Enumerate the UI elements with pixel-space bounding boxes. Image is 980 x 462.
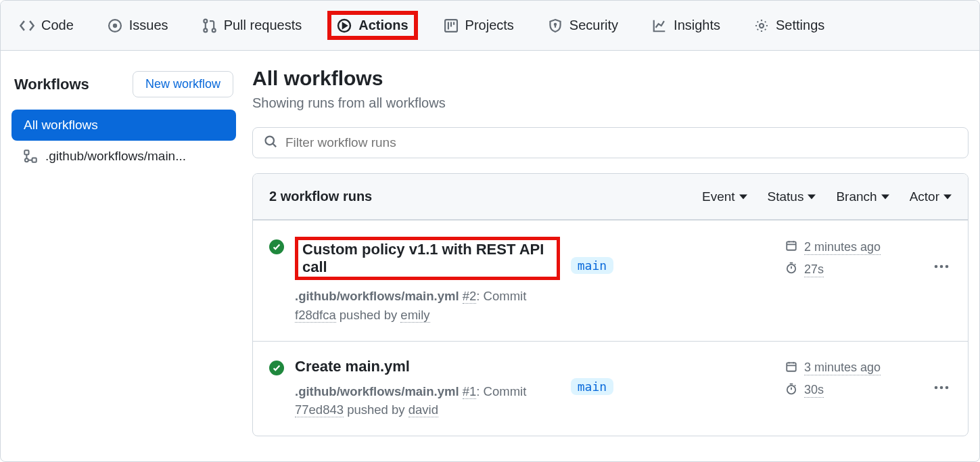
tab-insights[interactable]: Insights bbox=[644, 12, 728, 39]
svg-point-8 bbox=[760, 23, 764, 27]
svg-point-20 bbox=[935, 386, 938, 389]
svg-rect-10 bbox=[32, 158, 37, 162]
calendar-icon bbox=[785, 239, 797, 255]
play-circle-icon bbox=[337, 18, 352, 33]
svg-point-11 bbox=[25, 158, 28, 162]
run-menu-button[interactable] bbox=[931, 379, 952, 395]
new-workflow-button[interactable]: New workflow bbox=[133, 71, 233, 97]
run-duration: 30s bbox=[804, 383, 824, 398]
tab-actions[interactable]: Actions bbox=[331, 15, 413, 36]
svg-point-2 bbox=[204, 19, 207, 22]
tab-settings[interactable]: Settings bbox=[746, 12, 833, 39]
highlight-actions-tab: Actions bbox=[327, 11, 417, 40]
pull-request-icon bbox=[202, 18, 217, 33]
sidebar-title: Workflows bbox=[14, 76, 89, 93]
run-menu-button[interactable] bbox=[931, 258, 952, 274]
svg-point-22 bbox=[946, 386, 949, 389]
tab-projects[interactable]: Projects bbox=[436, 12, 522, 39]
actor-link[interactable]: emily bbox=[400, 308, 429, 323]
projects-icon bbox=[444, 18, 459, 33]
svg-rect-13 bbox=[787, 241, 796, 250]
issue-icon bbox=[108, 18, 122, 33]
tab-settings-label: Settings bbox=[776, 18, 824, 33]
workflow-run-row: Custom policy v1.1 with REST API call .g… bbox=[253, 220, 968, 341]
success-check-icon bbox=[269, 239, 284, 254]
tab-issues-label: Issues bbox=[129, 18, 168, 33]
filter-branch-button[interactable]: Branch bbox=[836, 189, 889, 204]
tab-actions-label: Actions bbox=[358, 18, 408, 33]
svg-point-12 bbox=[266, 137, 275, 145]
filter-input-wrap[interactable] bbox=[252, 127, 969, 158]
svg-point-16 bbox=[940, 265, 943, 269]
workflow-run-row: Create main.yml .github/workflows/main.y… bbox=[253, 341, 968, 436]
filter-event-button[interactable]: Event bbox=[702, 189, 747, 204]
page-subtitle: Showing runs from all workflows bbox=[252, 95, 969, 111]
calendar-icon bbox=[785, 361, 797, 376]
run-number[interactable]: #2 bbox=[463, 289, 477, 304]
sidebar-item-all-workflows[interactable]: All workflows bbox=[11, 110, 236, 141]
sidebar-item-label: .github/workflows/main... bbox=[45, 149, 186, 164]
tab-pr-label: Pull requests bbox=[224, 18, 302, 33]
workflow-icon bbox=[24, 149, 37, 163]
run-subtitle: .github/workflows/main.yml #2: Commit f2… bbox=[295, 287, 560, 325]
tab-insights-label: Insights bbox=[674, 18, 720, 33]
highlight-run-title: Custom policy v1.1 with REST API call bbox=[295, 237, 560, 280]
stopwatch-icon bbox=[785, 383, 797, 398]
gear-icon bbox=[754, 18, 769, 33]
main-content: All workflows Showing runs from all work… bbox=[252, 64, 969, 436]
sidebar: Workflows New workflow All workflows .gi… bbox=[11, 64, 236, 436]
svg-point-1 bbox=[114, 24, 116, 26]
filter-actor-button[interactable]: Actor bbox=[910, 189, 952, 204]
run-time: 3 minutes ago bbox=[804, 361, 881, 375]
repo-tabs: Code Issues Pull requests Actions Projec… bbox=[1, 1, 979, 51]
run-number[interactable]: #1 bbox=[463, 384, 477, 399]
run-subtitle: .github/workflows/main.yml #1: Commit 77… bbox=[295, 382, 560, 420]
search-icon bbox=[264, 135, 277, 151]
page-title: All workflows bbox=[252, 67, 969, 90]
svg-point-17 bbox=[946, 265, 949, 269]
success-check-icon bbox=[269, 361, 284, 375]
commit-sha-link[interactable]: f28dfca bbox=[295, 308, 336, 323]
tab-pull-requests[interactable]: Pull requests bbox=[194, 12, 310, 39]
code-icon bbox=[20, 18, 34, 33]
run-title-link[interactable]: Custom policy v1.1 with REST API call bbox=[302, 241, 544, 275]
svg-point-3 bbox=[204, 28, 207, 32]
svg-rect-18 bbox=[787, 363, 796, 371]
run-time: 2 minutes ago bbox=[804, 240, 881, 255]
run-workflow-file[interactable]: .github/workflows/main.yml bbox=[295, 384, 459, 398]
run-duration: 27s bbox=[804, 262, 824, 277]
graph-icon bbox=[652, 18, 667, 33]
svg-rect-9 bbox=[24, 150, 28, 154]
filter-status-button[interactable]: Status bbox=[768, 189, 816, 204]
commit-sha-link[interactable]: 77ed843 bbox=[295, 402, 344, 417]
tab-security[interactable]: Security bbox=[540, 12, 626, 39]
tab-security-label: Security bbox=[569, 18, 618, 33]
sidebar-item-label: All workflows bbox=[24, 118, 98, 133]
svg-point-4 bbox=[212, 28, 215, 32]
branch-badge[interactable]: main bbox=[571, 378, 613, 395]
tab-code-label: Code bbox=[41, 18, 74, 33]
filter-input[interactable] bbox=[285, 135, 957, 150]
tab-issues[interactable]: Issues bbox=[99, 12, 177, 39]
sidebar-item-workflow-file[interactable]: .github/workflows/main... bbox=[11, 141, 236, 172]
svg-point-15 bbox=[935, 265, 938, 269]
runs-header: 2 workflow runs Event Status Branch Acto… bbox=[253, 174, 968, 220]
runs-count: 2 workflow runs bbox=[269, 189, 372, 204]
tab-code[interactable]: Code bbox=[11, 12, 82, 39]
actor-link[interactable]: david bbox=[409, 402, 438, 417]
run-title-link[interactable]: Create main.yml bbox=[295, 358, 410, 375]
shield-icon bbox=[548, 18, 563, 33]
branch-badge[interactable]: main bbox=[571, 257, 613, 274]
stopwatch-icon bbox=[785, 262, 797, 277]
svg-point-21 bbox=[940, 386, 943, 389]
tab-projects-label: Projects bbox=[465, 18, 514, 33]
run-workflow-file[interactable]: .github/workflows/main.yml bbox=[295, 289, 459, 303]
svg-point-7 bbox=[555, 23, 556, 24]
